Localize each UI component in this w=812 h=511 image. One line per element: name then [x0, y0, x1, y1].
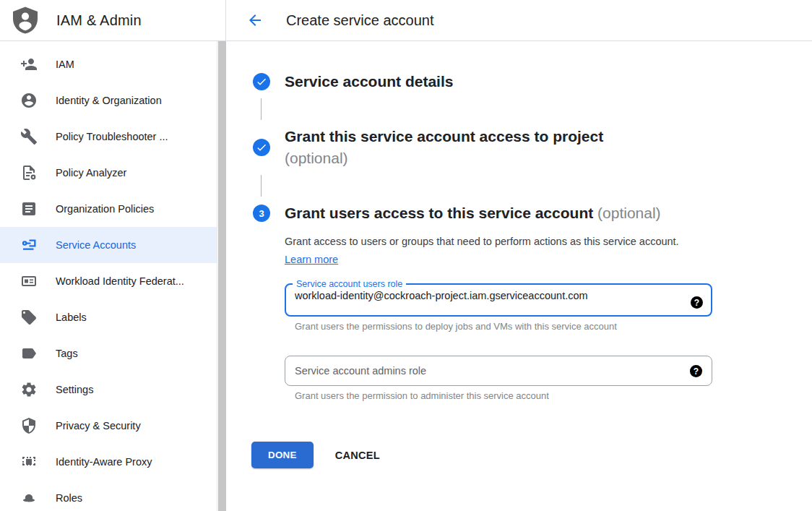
- users-role-input[interactable]: [286, 289, 662, 307]
- sidebar-item-label: Workload Identity Federat...: [56, 275, 184, 287]
- section-description: Grant access to users or groups that nee…: [285, 233, 686, 269]
- users-role-field[interactable]: Service account users role: [285, 279, 712, 317]
- iam-shield-logo-icon: [13, 7, 38, 34]
- badge-card-icon: [20, 272, 38, 290]
- users-role-field-label: Service account users role: [293, 279, 406, 289]
- tag-arrow-icon: [20, 345, 38, 362]
- sidebar-item-label: Privacy & Security: [56, 420, 141, 431]
- sidebar-item-labels[interactable]: Labels: [0, 299, 217, 335]
- article-icon: [20, 200, 38, 218]
- help-icon[interactable]: ?: [691, 296, 703, 309]
- step-2-row[interactable]: Grant this service account access to pro…: [253, 126, 812, 169]
- product-header: IAM & Admin: [0, 0, 226, 40]
- gear-icon: [20, 381, 38, 398]
- done-button[interactable]: DONE: [251, 442, 314, 468]
- sidebar-item-identity-aware-proxy[interactable]: Identity-Aware Proxy: [0, 444, 217, 480]
- label-tag-icon: [20, 309, 38, 326]
- sidebar-item-label: Policy Analyzer: [56, 167, 126, 179]
- sidebar-item-label: Settings: [56, 384, 93, 395]
- hat-icon: [20, 489, 38, 507]
- form-actions: DONE CANCEL: [251, 442, 812, 468]
- cancel-button[interactable]: CANCEL: [335, 450, 380, 461]
- learn-more-link[interactable]: Learn more: [285, 254, 338, 265]
- sidebar-scrollbar[interactable]: [217, 41, 226, 511]
- sidebar-item-workload-identity-federation[interactable]: Workload Identity Federat...: [0, 263, 217, 299]
- proxy-icon: [20, 453, 38, 471]
- step-3-number-badge: 3: [253, 205, 270, 222]
- step-3-optional-label: (optional): [597, 205, 661, 221]
- sidebar-item-policy-troubleshooter[interactable]: Policy Troubleshooter ...: [0, 119, 217, 155]
- main-content: Service account details Grant this servi…: [226, 41, 812, 511]
- page-title: Create service account: [286, 12, 434, 29]
- shield-icon: [20, 417, 38, 434]
- sidebar-item-label: Tags: [56, 348, 78, 359]
- account-circle-icon: [20, 92, 38, 109]
- step-2-title-text: Grant this service account access to pro…: [285, 128, 603, 145]
- sidebar-item-label: Roles: [56, 492, 82, 504]
- sidebar-item-identity-organization[interactable]: Identity & Organization: [0, 82, 217, 119]
- step-3-title-text: Grant users access to this service accou…: [285, 205, 593, 221]
- step-connector: [261, 98, 262, 120]
- step-complete-check-icon: [253, 73, 270, 90]
- top-header: IAM & Admin Create service account: [0, 0, 812, 41]
- sidebar-item-label: Organization Policies: [56, 203, 154, 215]
- page-header: Create service account: [226, 0, 812, 40]
- sidebar-item-label: Identity-Aware Proxy: [56, 456, 152, 468]
- sidebar-item-label: Labels: [56, 312, 87, 323]
- step-3-number: 3: [259, 208, 264, 219]
- step-1-row[interactable]: Service account details: [253, 71, 812, 93]
- step-connector: [261, 175, 262, 197]
- section-description-text: Grant access to users or groups that nee…: [285, 236, 679, 247]
- step-3-row[interactable]: 3 Grant users access to this service acc…: [253, 202, 812, 224]
- sidebar-item-iam[interactable]: IAM: [0, 46, 217, 82]
- sidebar-item-tags[interactable]: Tags: [0, 335, 217, 372]
- admins-role-helper-text: Grant users the permission to administer…: [295, 390, 712, 401]
- document-gear-icon: [20, 164, 38, 181]
- admins-role-field[interactable]: ?: [285, 356, 712, 386]
- service-account-key-icon: [20, 236, 38, 254]
- sidebar-item-organization-policies[interactable]: Organization Policies: [0, 191, 217, 227]
- step-2-title: Grant this service account access to pro…: [285, 126, 603, 169]
- help-icon[interactable]: ?: [690, 365, 702, 377]
- wrench-icon: [20, 128, 38, 145]
- sidebar-item-label: Identity & Organization: [56, 95, 162, 106]
- step-1-title: Service account details: [285, 71, 453, 93]
- step-3-title: Grant users access to this service accou…: [285, 202, 661, 224]
- users-role-field-wrapper: Service account users role ?: [285, 279, 712, 317]
- step-complete-check-icon: [253, 139, 270, 156]
- back-arrow-icon[interactable]: [246, 12, 264, 29]
- sidebar-item-settings[interactable]: Settings: [0, 372, 217, 408]
- sidebar-item-service-accounts[interactable]: Service Accounts: [0, 227, 217, 263]
- product-title: IAM & Admin: [56, 12, 142, 29]
- sidebar-item-privacy-security[interactable]: Privacy & Security: [0, 408, 217, 444]
- sidebar-item-roles[interactable]: Roles: [0, 480, 217, 511]
- admins-role-input[interactable]: [285, 365, 661, 377]
- sidebar-item-policy-analyzer[interactable]: Policy Analyzer: [0, 155, 217, 191]
- person-add-icon: [20, 56, 38, 73]
- step-2-optional-label: (optional): [285, 150, 348, 166]
- sidebar-nav: IAM Identity & Organization Policy Troub…: [0, 41, 217, 511]
- sidebar-item-label: Policy Troubleshooter ...: [56, 131, 168, 142]
- app-window: IAM & Admin Create service account IAM: [0, 0, 812, 511]
- users-role-helper-text: Grant users the permissions to deploy jo…: [295, 321, 712, 332]
- sidebar-item-label: Service Accounts: [56, 239, 136, 251]
- scrollbar-thumb[interactable]: [218, 41, 226, 511]
- sidebar-item-label: IAM: [56, 59, 74, 70]
